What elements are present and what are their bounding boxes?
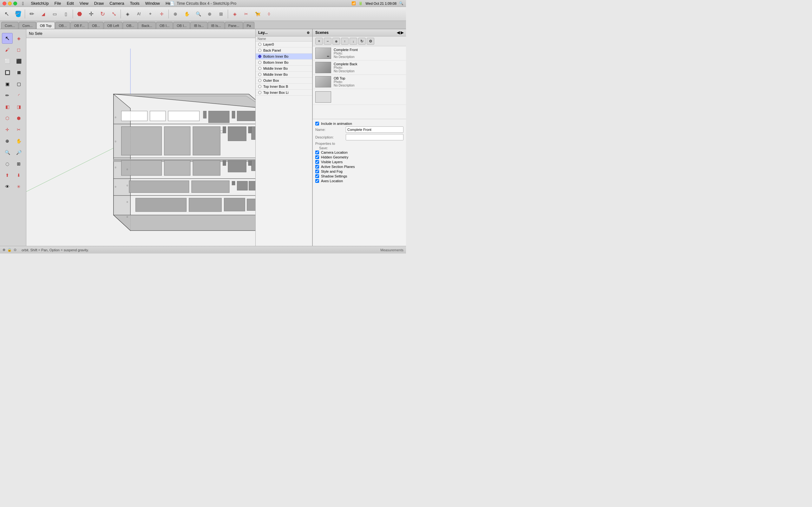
scene-move-up-btn[interactable]: ↑ — [341, 38, 349, 45]
lt-intersect-btn[interactable]: ✂ — [13, 124, 24, 135]
scenes-header-next[interactable]: ▶ — [401, 31, 403, 35]
scene-settings-btn[interactable]: ⚙ — [367, 38, 374, 45]
menu-edit[interactable]: Edit — [64, 1, 76, 6]
style-fog-checkbox[interactable] — [315, 170, 319, 173]
tab-ob1[interactable]: OB... — [55, 22, 70, 29]
layer-radio-6[interactable] — [258, 79, 261, 82]
paint-bucket-btn[interactable]: 🪣 — [13, 9, 23, 19]
lt-eraser-btn[interactable]: ◻ — [13, 44, 24, 55]
menu-draw[interactable]: Draw — [92, 1, 106, 6]
scene-remove-btn[interactable]: − — [324, 38, 332, 45]
menu-file[interactable]: File — [52, 1, 64, 6]
zoom-in-btn[interactable]: ⊕ — [204, 9, 215, 19]
layer-item-8[interactable]: Top Inner Box Li — [256, 90, 312, 96]
lt-push-btn[interactable]: ⬡ — [2, 113, 13, 124]
apple-menu[interactable]:  — [20, 1, 26, 6]
lt-zoom6-btn[interactable]: 🔍 — [2, 147, 13, 158]
rotate-btn[interactable]: ↻ — [97, 9, 108, 19]
lt-paint-btn[interactable]: 🖌 — [2, 44, 13, 55]
lt-rect2-btn[interactable]: ◨ — [13, 101, 24, 112]
scene-refresh-btn[interactable]: ↻ — [358, 38, 366, 45]
active-section-planes-checkbox[interactable] — [315, 165, 319, 169]
visible-layers-checkbox[interactable] — [315, 160, 319, 164]
zoom-btn[interactable]: 🔍 — [193, 9, 204, 19]
lt-orbit-btn[interactable]: ⊕ — [2, 135, 13, 147]
text-btn[interactable]: A! — [134, 9, 144, 19]
tab-ib-is[interactable]: IB Is... — [190, 22, 207, 29]
orbit-btn[interactable]: ⊕ — [170, 9, 181, 19]
arc-btn[interactable]: ◢ — [38, 9, 49, 19]
layer-item-6[interactable]: Outer Box — [256, 78, 312, 83]
layer-item-1[interactable]: Back Panel — [256, 48, 312, 54]
menu-sketchup[interactable]: SketchUp — [28, 1, 51, 6]
tab-ib-is2[interactable]: IB Is... — [208, 22, 224, 29]
include-animation-checkbox[interactable] — [315, 122, 319, 125]
lt-eye-btn[interactable]: 👁 — [2, 181, 13, 192]
tab-components-1[interactable]: Com... — [1, 22, 18, 29]
scene-duplicate-btn[interactable]: ⊕ — [333, 38, 340, 45]
scale-btn[interactable]: ⤡ — [108, 9, 119, 19]
layer-item-3[interactable]: Bottom Inner Bo — [256, 60, 312, 66]
tab-panel[interactable]: Pane... — [225, 22, 243, 29]
axes-location-checkbox[interactable] — [315, 179, 319, 183]
tab-ob-front[interactable]: OB F... — [70, 22, 88, 29]
lt-box1-btn[interactable]: ⬜ — [2, 56, 13, 66]
scene-name-input[interactable] — [346, 126, 403, 133]
layer-radio-1[interactable] — [258, 49, 261, 52]
layer-item-4[interactable]: Middle Inner Bo — [256, 66, 312, 72]
axes-btn[interactable]: ✛ — [156, 9, 167, 19]
sandbox-btn[interactable]: ◊ — [264, 9, 274, 19]
layer-item-0[interactable]: Layer0 — [256, 42, 312, 48]
menu-view[interactable]: View — [77, 1, 91, 6]
lt-arc-btn[interactable]: ◜ — [13, 90, 24, 101]
lt-box6-btn[interactable]: ▢ — [13, 78, 24, 89]
tab-ob-inner[interactable]: OB I... — [156, 22, 173, 29]
zoom-extents-btn[interactable]: ⊞ — [216, 9, 226, 19]
lt-zoom7-btn[interactable]: 🔎 — [13, 147, 24, 158]
menu-tools[interactable]: Tools — [127, 1, 142, 6]
menu-window[interactable]: Window — [143, 1, 162, 6]
eraser-btn[interactable]: ▭ — [49, 9, 60, 19]
layer-radio-0[interactable] — [258, 43, 261, 46]
lt-walk-btn[interactable]: ⬆ — [2, 170, 13, 181]
component-btn[interactable]: ◈ — [229, 9, 240, 19]
layer-radio-3[interactable] — [258, 61, 261, 64]
lt-box4-btn[interactable]: 🔳 — [13, 67, 24, 78]
scenes-header-prev[interactable]: ◀ — [397, 31, 400, 35]
menu-camera[interactable]: Camera — [107, 1, 126, 6]
scene-move-down-btn[interactable]: ↓ — [350, 38, 357, 45]
hidden-geometry-checkbox[interactable] — [315, 155, 319, 159]
scene-item-1[interactable]: Complete Back Photo: No Description — [313, 60, 406, 75]
layer-radio-7[interactable] — [258, 85, 261, 88]
search-icon[interactable]: 🔍 — [399, 1, 403, 5]
lt-pan3-btn[interactable]: ✋ — [13, 135, 24, 147]
push-pull-btn[interactable]: ⬣ — [74, 9, 85, 19]
select-tool-btn[interactable]: ↖ — [1, 9, 12, 19]
maximize-button[interactable] — [13, 2, 17, 5]
window-controls[interactable] — [0, 2, 17, 5]
lt-component-btn[interactable]: ◈ — [13, 33, 24, 44]
lt-adv-btn[interactable]: ✳ — [13, 181, 24, 192]
rectangle-btn[interactable]: ▯ — [61, 9, 71, 19]
tab-ob2[interactable]: OB... — [89, 22, 103, 29]
tab-pa[interactable]: Pa — [243, 22, 254, 29]
lt-rect1-btn[interactable]: ◧ — [2, 101, 13, 112]
lt-tape-btn[interactable]: ✛ — [2, 124, 13, 135]
lt-zoome-btn[interactable]: ⊞ — [13, 158, 24, 169]
lt-pencil-btn[interactable]: ✏ — [2, 90, 13, 101]
lt-box2-btn[interactable]: ⬛ — [13, 56, 24, 66]
move-btn[interactable]: ✛ — [86, 9, 96, 19]
lt-select-btn[interactable]: ↖ — [2, 33, 13, 44]
scene-description-input[interactable] — [346, 134, 403, 140]
minimize-button[interactable] — [8, 2, 12, 5]
layer-item-2[interactable]: Bottom Inner Bo — [256, 54, 312, 60]
pencil-btn[interactable]: ✏ — [26, 9, 37, 19]
lt-look-btn[interactable]: ⬇ — [13, 170, 24, 181]
scene-item-0[interactable]: ✏ Complete Front Photo: No Description — [313, 46, 406, 60]
tab-back[interactable]: Back... — [138, 22, 156, 29]
lt-box5-btn[interactable]: ▣ — [2, 78, 13, 89]
tab-ob-inner2[interactable]: OB I... — [173, 22, 190, 29]
pan-btn[interactable]: ✋ — [182, 9, 192, 19]
lt-follow-btn[interactable]: ⬢ — [13, 113, 24, 124]
menu-bar[interactable]:  SketchUp File Edit View Draw Camera To… — [20, 1, 177, 6]
